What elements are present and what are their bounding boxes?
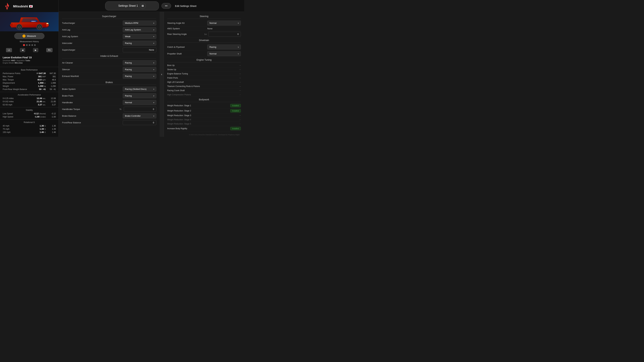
air-cleaner-select[interactable]: Racing [123,60,156,65]
center-panel: Supercharger Turbocharger Medium-RPM Ant… [59,12,160,137]
rear-steering-input[interactable] [208,32,241,36]
stage2-badge: Installed [230,109,241,112]
stroke-up-row: Stroke Up -- [167,67,241,72]
compression-pistons-row: High Compression Pistons -- [167,93,241,97]
exhaust-manifold-select[interactable]: Racing [123,74,156,79]
weight-label: Weight [3,85,34,87]
torque-label: Max. Torque [3,79,34,81]
car-info: Lancer Evolution Final '15 Drivetrain 4W… [0,54,58,66]
next-button[interactable]: ▶ [33,48,38,52]
anti-lag-row: Anti-Lag Anti-Lag System [62,26,156,33]
svg-marker-3 [6,7,8,10]
history-dots [23,44,36,46]
torque-pct-label: % [120,108,122,110]
rotg-row2: 75 mph 1.39 G 1.39 [3,127,56,131]
dot-4 [31,44,33,46]
pp-value2: 647.30 [46,72,56,75]
4ws-row: 4WS System None [167,26,241,31]
performance-points-row: Performance Points PP647.30 647.30 [3,72,56,75]
anti-lag-select[interactable]: Anti-Lag System [123,27,156,32]
settings-sheet-button[interactable]: Settings Sheet 1 [105,1,159,10]
exhaust-manifold-select-wrapper[interactable]: Racing [123,74,156,79]
stage4-value: -- [240,118,241,121]
front-rear-value2: 59 : 41 [46,88,56,90]
accel-row3: 62-93 mph 3.27 sec. 3.27 [3,103,56,106]
rotg-title: Rotational G [3,120,56,124]
brake-pads-select-wrapper[interactable]: Racing [123,93,156,98]
clutch-flywheel-select[interactable]: Racing [207,44,241,49]
propeller-shaft-select-wrapper[interactable]: Normal [207,51,241,56]
bore-up-row: Bore Up -- [167,63,241,67]
stage1-badge: Installed [230,104,241,107]
brakes-header: Brakes [62,80,156,85]
l1-button[interactable]: L1 [6,48,12,52]
settings-sheet-title: Settings Sheet 1 [118,4,138,7]
clutch-flywheel-select-wrapper[interactable]: Racing [207,44,241,49]
rotg-val1: 1.36 G [34,124,46,127]
low-speed-value: -0.12 (Neutral) [34,112,46,115]
pp-label: Performance Points [3,72,34,75]
collapse-button[interactable]: ‹ [160,12,164,137]
svg-marker-1 [5,6,7,7]
brake-system-select-wrapper[interactable]: Racing (Slotted Discs) [123,87,156,91]
base-perf-title: Base Performance [3,68,56,72]
front-rear-balance-input[interactable] [123,120,156,125]
anti-lag-select-wrapper[interactable]: Anti-Lag System [123,27,156,32]
prev-button[interactable]: ◀ [20,48,25,52]
accel-row1: 0-0.25 miles 12.08 sec. 12.08 [3,97,56,100]
crank-value: -- [240,89,241,92]
stroke-up-value: -- [240,68,241,71]
handbrake-select[interactable]: Normal [123,100,156,105]
r1-button[interactable]: R1 [46,48,52,52]
supercharger-input[interactable] [123,47,156,52]
measure-button[interactable]: ! Measure [14,33,44,39]
intake-exhaust-header: Intake & Exhaust [62,53,156,58]
weight-stage3-row: Weight Reduction: Stage 3 -- [167,113,241,118]
top-bar: Settings Sheet 1 ••• Edit Settings Sheet [59,0,244,12]
more-button[interactable]: ••• [162,3,171,9]
edit-settings-button[interactable]: Edit Settings Sheet [174,3,198,9]
svg-marker-0 [7,3,9,6]
acceleration-section: Acceleration Performance 0-0.25 miles 12… [0,93,58,106]
anti-lag-system-select[interactable]: Weak [123,34,156,39]
brake-system-select[interactable]: Racing (Slotted Discs) [123,87,156,91]
menu-icon-button[interactable] [140,3,146,9]
car-image: ENEOS [0,12,58,31]
car-engine-line: Engine Model 4B11-Evo [3,62,56,64]
polish-ports-row: Polish Ports -- [167,76,241,80]
mitsubishi-logo [3,2,12,11]
steering-angle-select-wrapper[interactable]: Normal [207,21,241,25]
base-performance-section: Base Performance Performance Points PP64… [0,68,58,91]
brake-pads-select[interactable]: Racing [123,93,156,98]
chevron-left-icon: ‹ [161,72,162,76]
body-rigidity-row: Increase Body Rigidity Installed [167,126,241,131]
anti-lag-system-select-wrapper[interactable]: Weak [123,34,156,39]
dot-5 [34,44,36,46]
steering-angle-select[interactable]: Normal [207,21,241,25]
pp-value: PP647.30 [34,72,46,75]
dot-2 [26,44,28,46]
svg-rect-15 [142,6,144,7]
torque-value: 48.8 kgfm [34,78,46,81]
silencer-select-wrapper[interactable]: Racing [123,67,156,72]
anti-lag-system-row: Anti-Lag System Weak [62,33,156,40]
titanium-row: Titanium Connecting Rods & Pistons -- [167,84,241,88]
intercooler-select[interactable]: Racing [123,41,156,45]
handbrake-select-wrapper[interactable]: Normal [123,100,156,105]
air-cleaner-select-wrapper[interactable]: Racing [123,60,156,65]
front-rear-value: 59 : 41 [34,88,46,90]
accel-row2: 0-0.62 miles 21.85 sec. 21.85 [3,100,56,103]
propeller-shaft-select[interactable]: Normal [207,51,241,56]
intercooler-select-wrapper[interactable]: Racing [123,41,156,45]
silencer-select[interactable]: Racing [123,67,156,72]
brake-balance-select-wrapper[interactable]: Brake Controller [123,113,156,118]
svg-rect-14 [142,6,144,6]
handbrake-torque-input[interactable] [124,107,156,112]
turbocharger-select[interactable]: Medium-RPM [123,21,156,25]
titanium-value: -- [240,85,241,87]
brake-balance-select[interactable]: Brake Controller [123,113,156,118]
supercharger-row: Supercharger [62,46,156,53]
max-torque-row: Max. Torque 48.8 kgfm 48.8 [3,78,56,81]
history-label: Measurement History [20,40,39,43]
turbocharger-select-wrapper[interactable]: Medium-RPM [123,21,156,25]
